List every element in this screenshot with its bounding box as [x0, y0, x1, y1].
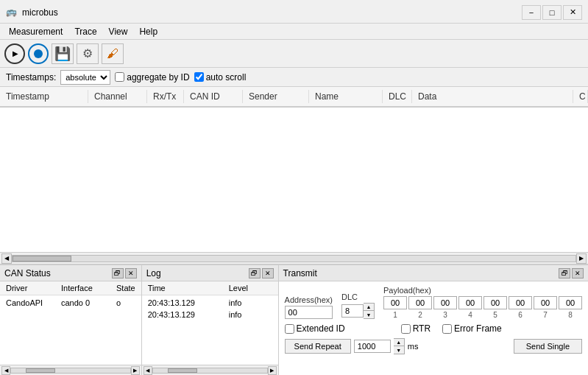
- can-hscroll-thumb[interactable]: [26, 368, 55, 373]
- dlc-group: ▲ ▼: [341, 303, 375, 319]
- payload-input-5[interactable]: [483, 296, 507, 309]
- transmit-close-btn[interactable]: ✕: [572, 268, 584, 278]
- log-hscroll-track[interactable]: [152, 368, 268, 374]
- interval-down-button[interactable]: ▼: [394, 346, 404, 354]
- dlc-input[interactable]: [341, 304, 364, 318]
- error-frame-checkbox[interactable]: [442, 324, 452, 334]
- record-inner: [34, 49, 43, 58]
- can-hscroll-right[interactable]: ▶: [131, 366, 140, 375]
- can-driver-value: CandoAPI: [3, 298, 58, 308]
- dlc-up-button[interactable]: ▲: [364, 304, 374, 311]
- address-input[interactable]: [285, 306, 333, 319]
- can-col-state: State: [113, 283, 138, 293]
- ms-label: ms: [408, 342, 419, 351]
- rtr-checkbox[interactable]: [401, 324, 411, 334]
- can-interface-value: cando 0: [58, 298, 113, 308]
- log-header: Log 🗗 ✕: [142, 265, 278, 281]
- menu-view[interactable]: View: [103, 25, 134, 38]
- log-restore-btn[interactable]: 🗗: [249, 268, 261, 278]
- log-col-level: Level: [226, 283, 275, 293]
- trace-horizontal-scrollbar[interactable]: ◀ ▶: [0, 252, 588, 264]
- payload-input-8[interactable]: [559, 296, 582, 309]
- log-level-1: info: [226, 298, 275, 308]
- hscroll-right-arrow[interactable]: ▶: [576, 253, 587, 264]
- settings-button[interactable]: ⚙: [77, 43, 99, 64]
- log-row-1: 20:43:13.129 info: [145, 297, 275, 309]
- transmit-restore-btn[interactable]: 🗗: [559, 268, 570, 278]
- transmit-row2: Extended ID RTR Error Frame: [285, 323, 582, 334]
- extended-id-checkbox[interactable]: [285, 324, 294, 334]
- can-hscroll-track[interactable]: [10, 368, 131, 374]
- log-close-btn[interactable]: ✕: [262, 268, 274, 278]
- payload-input-2[interactable]: [408, 296, 432, 309]
- title-bar: 🚌 microbus − □ ✕: [0, 0, 588, 24]
- send-interval-input[interactable]: [354, 340, 391, 353]
- log-hscroll-right[interactable]: ▶: [268, 366, 277, 375]
- log-hscroll-thumb[interactable]: [168, 368, 197, 373]
- payload-num-2: 2: [408, 311, 432, 319]
- hscroll-left-arrow[interactable]: ◀: [1, 253, 12, 264]
- send-single-button[interactable]: Send Single: [514, 339, 582, 354]
- can-col-driver: Driver: [3, 283, 58, 293]
- menu-trace[interactable]: Trace: [68, 25, 102, 38]
- payload-input-6[interactable]: [509, 296, 532, 309]
- log-panel: Log 🗗 ✕ Time Level 20:43:13.129 info 20:…: [142, 265, 279, 375]
- can-status-hscroll[interactable]: ◀ ▶: [0, 365, 141, 375]
- payload-input-4[interactable]: [458, 296, 482, 309]
- can-status-title: CAN Status: [4, 268, 51, 278]
- record-button[interactable]: [28, 43, 49, 64]
- close-button[interactable]: ✕: [563, 5, 582, 20]
- title-left: 🚌 microbus: [6, 7, 58, 18]
- can-status-controls: 🗗 ✕: [112, 268, 137, 278]
- payload-input-7[interactable]: [534, 296, 557, 309]
- payload-num-8: 8: [559, 311, 582, 319]
- col-header-dlc: DLC: [383, 90, 412, 103]
- payload-num-3: 3: [433, 311, 457, 319]
- menu-help[interactable]: Help: [133, 25, 163, 38]
- address-field: Address(hex): [285, 295, 333, 319]
- auto-scroll-checkbox[interactable]: [194, 72, 204, 82]
- rtr-group: RTR: [401, 323, 431, 334]
- payload-input-1[interactable]: [383, 296, 407, 309]
- col-header-rxtx: Rx/Tx: [147, 90, 184, 103]
- payload-input-3[interactable]: [433, 296, 457, 309]
- transmit-header: Transmit 🗗 ✕: [279, 265, 588, 281]
- menu-measurement[interactable]: Measurement: [3, 25, 68, 38]
- extended-id-group: Extended ID: [285, 323, 345, 334]
- maximize-button[interactable]: □: [542, 5, 562, 20]
- trace-hscroll-track[interactable]: [12, 255, 576, 262]
- auto-scroll-group: auto scroll: [194, 72, 247, 83]
- app-icon: 🚌: [6, 7, 18, 18]
- bottom-panels: CAN Status 🗗 ✕ Driver Interface State Ca…: [0, 264, 588, 375]
- can-status-close-btn[interactable]: ✕: [125, 268, 137, 278]
- payload-group: Payload(hex) 1 2 3: [383, 286, 582, 319]
- clear-button[interactable]: 🖌: [102, 43, 124, 64]
- can-status-restore-btn[interactable]: 🗗: [112, 268, 124, 278]
- auto-scroll-label: auto scroll: [206, 72, 247, 83]
- gear-icon: ⚙: [82, 46, 93, 60]
- log-hscroll-left[interactable]: ◀: [144, 366, 152, 375]
- trace-table-body: [0, 108, 588, 252]
- save-button[interactable]: 💾: [52, 43, 74, 64]
- can-status-table-header: Driver Interface State: [0, 281, 141, 295]
- app-title: microbus: [22, 7, 58, 18]
- log-hscroll[interactable]: ◀ ▶: [142, 365, 278, 375]
- transmit-panel: Transmit 🗗 ✕ Address(hex) DLC ▲: [279, 265, 588, 375]
- aggregate-by-id-checkbox[interactable]: [115, 72, 124, 82]
- col-header-name: Name: [309, 90, 383, 103]
- play-button[interactable]: [4, 43, 25, 64]
- log-title: Log: [146, 268, 161, 278]
- minimize-button[interactable]: −: [522, 5, 541, 20]
- dlc-down-button[interactable]: ▼: [364, 311, 374, 318]
- send-repeat-button[interactable]: Send Repeat: [285, 339, 351, 354]
- can-col-interface: Interface: [58, 283, 113, 293]
- interval-up-button[interactable]: ▲: [394, 339, 404, 346]
- transmit-title: Transmit: [283, 268, 317, 278]
- timestamps-select[interactable]: absolute relative delta: [60, 70, 110, 85]
- trace-table-area: Timestamp Channel Rx/Tx CAN ID Sender Na…: [0, 87, 588, 264]
- aggregate-by-id-group: aggregate by ID: [115, 72, 189, 83]
- can-hscroll-left[interactable]: ◀: [1, 366, 10, 375]
- error-frame-group: Error Frame: [442, 323, 502, 334]
- trace-hscroll-thumb[interactable]: [13, 256, 71, 262]
- can-status-body: CandoAPI cando 0 o: [0, 295, 141, 365]
